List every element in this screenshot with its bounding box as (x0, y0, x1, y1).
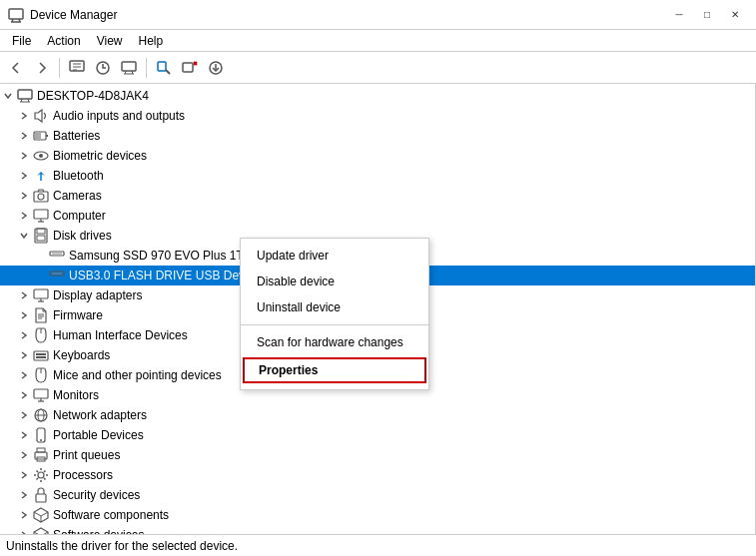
tree-toggle-printq[interactable] (16, 445, 32, 465)
tree-icon-display (32, 286, 50, 304)
tree-icon-diskdrives (32, 227, 50, 245)
svg-rect-33 (34, 210, 48, 219)
tree-toggle-monitors[interactable] (16, 385, 32, 405)
svg-line-77 (41, 512, 48, 516)
tree-toggle-diskdrives[interactable] (16, 226, 32, 246)
status-text: Uninstalls the driver for the selected d… (6, 539, 238, 553)
tree-toggle-security[interactable] (16, 485, 32, 505)
tree-item-batteries[interactable]: Batteries (0, 126, 755, 146)
tree-item-computer[interactable]: Computer (0, 206, 755, 226)
context-menu-item-properties[interactable]: Properties (243, 357, 426, 383)
tree-toggle-firmware[interactable] (16, 305, 32, 325)
tree-item-biometric[interactable]: Biometric devices (0, 146, 755, 166)
svg-rect-57 (38, 353, 40, 355)
tree-toggle-root[interactable] (0, 86, 16, 106)
svg-rect-62 (34, 389, 48, 398)
tree-icon-monitors (32, 386, 50, 404)
tree-toggle-processors[interactable] (16, 465, 32, 485)
toolbar-sep-2 (146, 58, 147, 78)
context-menu-item-update-driver[interactable]: Update driver (241, 243, 428, 269)
tree-item-softcomp[interactable]: Software components (0, 505, 755, 525)
tree-toggle-bluetooth[interactable] (16, 166, 32, 186)
tree-label-monitors: Monitors (53, 388, 99, 402)
tree-item-processors[interactable]: Processors (0, 465, 755, 485)
tree-toggle-softcomp[interactable] (16, 505, 32, 525)
tree-toggle-computer[interactable] (16, 206, 32, 226)
tree-icon-usb3 (48, 267, 66, 284)
tree-item-portable[interactable]: Portable Devices (0, 425, 755, 445)
svg-rect-13 (158, 62, 166, 71)
tree-icon-hid (32, 326, 50, 344)
tree-label-processors: Processors (53, 468, 113, 482)
tree-icon-network (32, 406, 50, 424)
menu-item-help[interactable]: Help (131, 32, 172, 50)
tree-icon-mice (32, 366, 50, 384)
back-button[interactable] (4, 56, 28, 80)
tree-label-biometric: Biometric devices (53, 149, 147, 163)
tree-toggle-network[interactable] (16, 405, 32, 425)
menu-item-file[interactable]: File (4, 32, 39, 50)
menu-item-view[interactable]: View (89, 32, 131, 50)
tree-label-keyboards: Keyboards (53, 348, 110, 362)
tree-icon-keyboards (32, 346, 50, 364)
tree-toggle-batteries[interactable] (16, 126, 32, 146)
svg-rect-26 (46, 135, 48, 137)
maximize-button[interactable]: □ (694, 5, 720, 25)
tree-label-printq: Print queues (53, 448, 120, 462)
menu-bar: FileActionViewHelp (0, 30, 756, 52)
tree-toggle-display[interactable] (16, 285, 32, 305)
svg-rect-0 (9, 9, 23, 19)
svg-line-81 (41, 532, 48, 534)
context-menu-item-scan-hw[interactable]: Scan for hardware changes (241, 329, 428, 355)
tree-item-root[interactable]: DESKTOP-4D8JAK4 (0, 86, 755, 106)
app-icon (8, 7, 24, 23)
tree-toggle-cameras[interactable] (16, 186, 32, 206)
context-menu-item-disable-device[interactable]: Disable device (241, 269, 428, 294)
tree-toggle-softdev[interactable] (16, 525, 32, 534)
tree-toggle-biometric[interactable] (16, 146, 32, 166)
tree-item-security[interactable]: Security devices (0, 485, 755, 505)
context-menu-item-uninstall-device[interactable]: Uninstall device (241, 294, 428, 320)
tree-label-mice: Mice and other pointing devices (53, 368, 222, 382)
close-button[interactable]: ✕ (722, 5, 748, 25)
menu-item-action[interactable]: Action (39, 32, 88, 50)
toolbar-download-button[interactable] (204, 56, 228, 80)
svg-line-14 (166, 70, 170, 74)
tree-item-network[interactable]: Network adapters (0, 405, 755, 425)
tree-toggle-hid[interactable] (16, 325, 32, 345)
tree-toggle-audio[interactable] (16, 106, 32, 126)
svg-rect-27 (35, 133, 41, 139)
svg-rect-53 (44, 353, 46, 355)
tree-icon-audio (32, 107, 50, 125)
tree-item-cameras[interactable]: Cameras (0, 186, 755, 206)
tree-toggle-samsung (32, 246, 48, 266)
tree-item-audio[interactable]: Audio inputs and outputs (0, 106, 755, 126)
toolbar-properties-button[interactable] (65, 56, 89, 80)
tree-item-printq[interactable]: Print queues (0, 445, 755, 465)
toolbar-computer-button[interactable] (117, 56, 141, 80)
svg-rect-54 (36, 356, 38, 358)
tree-label-audio: Audio inputs and outputs (53, 109, 185, 123)
window-title: Device Manager (30, 8, 666, 22)
tree-toggle-keyboards[interactable] (16, 345, 32, 365)
toolbar-driver-update-button[interactable] (91, 56, 115, 80)
svg-rect-38 (37, 236, 45, 241)
svg-rect-50 (34, 351, 48, 360)
tree-toggle-portable[interactable] (16, 425, 32, 445)
minimize-button[interactable]: ─ (666, 5, 692, 25)
tree-icon-cameras (32, 187, 50, 205)
context-menu: Update driverDisable deviceUninstall dev… (240, 238, 429, 390)
svg-rect-15 (183, 63, 193, 72)
tree-toggle-mice[interactable] (16, 365, 32, 385)
toolbar-uninstall-button[interactable] (178, 56, 202, 80)
forward-button[interactable] (30, 56, 54, 80)
svg-rect-74 (36, 494, 46, 502)
tree-label-diskdrives: Disk drives (53, 229, 112, 243)
tree-item-bluetooth[interactable]: Bluetooth (0, 166, 755, 186)
toolbar-scan-button[interactable] (152, 56, 176, 80)
tree-icon-security (32, 486, 50, 504)
tree-label-softdev: Software devices (53, 528, 144, 534)
tree-label-samsung: Samsung SSD 970 EVO Plus 1TB (69, 249, 252, 263)
svg-rect-20 (18, 90, 32, 99)
tree-item-softdev[interactable]: Software devices (0, 525, 755, 534)
